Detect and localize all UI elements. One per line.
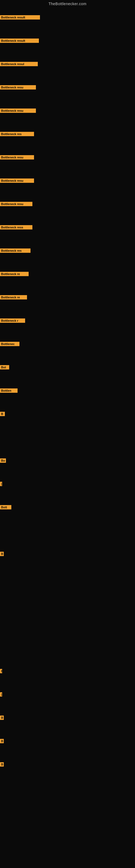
- bottleneck-item-9: Bottleneck ress: [0, 225, 32, 229]
- bottleneck-label-23: |: [0, 692, 2, 696]
- bottleneck-label-13: Bottleneck r: [0, 318, 25, 323]
- bottleneck-label-3: Bottleneck resu: [0, 85, 36, 90]
- bottleneck-item-21: B: [0, 552, 4, 556]
- bottleneck-item-0: Bottleneck result: [0, 15, 40, 20]
- bottleneck-label-19: |: [0, 482, 2, 486]
- bottleneck-label-16: Bottlen: [0, 389, 17, 393]
- bottleneck-label-11: Bottleneck re: [0, 272, 29, 276]
- bottleneck-item-13: Bottleneck r: [0, 318, 25, 323]
- bottleneck-item-4: Bottleneck resu: [0, 108, 36, 113]
- bottleneck-label-2: Bottleneck resul: [0, 62, 38, 66]
- bottleneck-item-11: Bottleneck re: [0, 272, 29, 276]
- bottleneck-item-17: B: [0, 412, 5, 416]
- bottleneck-item-23: |: [0, 692, 2, 696]
- bottleneck-item-19: |: [0, 482, 2, 486]
- bottleneck-label-9: Bottleneck ress: [0, 225, 32, 229]
- bottleneck-label-6: Bottleneck resu: [0, 155, 34, 159]
- bottleneck-label-4: Bottleneck resu: [0, 108, 36, 113]
- bottleneck-item-6: Bottleneck resu: [0, 155, 34, 159]
- bottleneck-item-7: Bottleneck resu: [0, 179, 34, 183]
- bottleneck-label-10: Bottleneck res: [0, 248, 31, 253]
- bottleneck-item-12: Bottleneck re: [0, 295, 27, 300]
- bottleneck-item-18: Bo: [0, 458, 6, 463]
- bottleneck-label-18: Bo: [0, 458, 6, 463]
- bottleneck-label-0: Bottleneck result: [0, 15, 40, 20]
- bottleneck-label-17: B: [0, 412, 5, 416]
- bottleneck-item-10: Bottleneck res: [0, 248, 31, 253]
- bottleneck-item-1: Bottleneck result: [0, 38, 39, 43]
- bottleneck-label-26: B: [0, 762, 4, 767]
- bottleneck-item-26: B: [0, 762, 4, 767]
- bottleneck-item-20: Bott: [0, 505, 11, 509]
- bottleneck-label-20: Bott: [0, 505, 11, 509]
- bottleneck-label-7: Bottleneck resu: [0, 179, 34, 183]
- bottleneck-label-24: B: [0, 716, 4, 720]
- bottleneck-item-15: Bot: [0, 365, 9, 369]
- bottleneck-item-2: Bottleneck resul: [0, 62, 38, 66]
- bottleneck-label-25: B: [0, 739, 4, 743]
- bottleneck-item-22: B: [0, 669, 2, 673]
- bottleneck-item-5: Bottleneck res: [0, 132, 34, 136]
- bottleneck-label-1: Bottleneck result: [0, 38, 39, 43]
- bottleneck-item-14: Bottlenec: [0, 342, 19, 346]
- bottleneck-item-16: Bottlen: [0, 389, 17, 393]
- bottleneck-item-8: Bottleneck resu: [0, 202, 32, 206]
- bottleneck-label-5: Bottleneck res: [0, 132, 34, 136]
- bottleneck-label-14: Bottlenec: [0, 342, 19, 346]
- bottleneck-item-24: B: [0, 716, 4, 720]
- bottleneck-label-8: Bottleneck resu: [0, 202, 32, 206]
- bottleneck-item-3: Bottleneck resu: [0, 85, 36, 90]
- site-title: TheBottlenecker.com: [0, 0, 135, 8]
- bottleneck-label-15: Bot: [0, 365, 9, 369]
- bottleneck-label-21: B: [0, 552, 4, 556]
- bottleneck-item-25: B: [0, 739, 4, 743]
- bottleneck-label-22: B: [0, 669, 2, 673]
- bottleneck-label-12: Bottleneck re: [0, 295, 27, 300]
